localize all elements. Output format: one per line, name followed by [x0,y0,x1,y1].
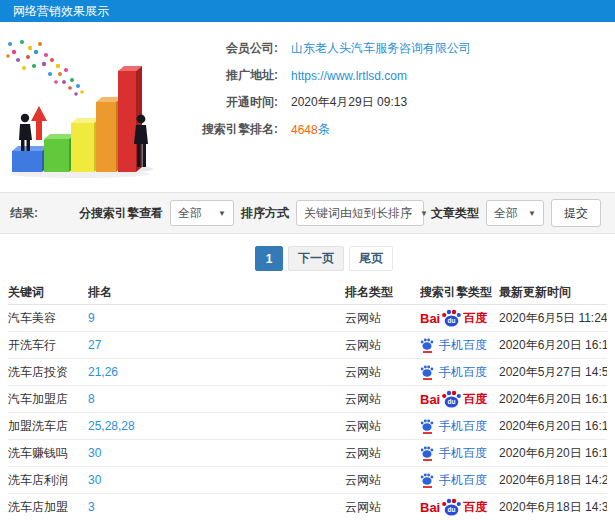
sort-filter-label: 排序方式 [241,205,289,222]
table-row: 洗车赚钱吗30云网站手机百度2020年6月20日 16:12 [8,440,607,467]
article-type-value: 全部 [494,205,518,222]
info-row-company: 会员公司: 山东老人头汽车服务咨询有限公司 [186,40,471,57]
engine-cell: 手机百度 [420,338,499,353]
mobile-baidu-badge: 手机百度 [420,419,487,434]
table-row: 洗车店投资21,26云网站手机百度2020年5月27日 14:58 [8,359,607,386]
rank-cell[interactable]: 9 [88,311,345,325]
rank-type-cell: 云网站 [345,499,420,516]
engine-cell: 手机百度 [420,446,499,461]
keyword-cell: 洗车店利润 [8,472,88,489]
engine-cell: 手机百度 [420,473,499,488]
svg-text:du: du [448,317,456,324]
sort-filter-select[interactable]: 关键词由短到长排序 ▼ [296,200,424,226]
open-time-value: 2020年4月29日 09:13 [291,94,407,111]
updated-cell: 2020年6月20日 16:11 [499,418,607,435]
keyword-cell: 洗车赚钱吗 [8,445,88,462]
promo-url-label: 推广地址: [186,67,278,84]
article-type-label: 文章类型 [431,205,479,222]
updated-cell: 2020年6月5日 11:24 [499,310,607,327]
header-rank: 排名 [88,284,345,301]
header-engine-type: 搜索引擎类型 [420,284,499,301]
engine-filter-label: 分搜索引擎查看 [79,205,163,222]
results-table: 关键词 排名 排名类型 搜索引擎类型 最新更新时间 汽车美容9云网站Baidu百… [0,281,615,520]
svg-text:du: du [448,398,456,405]
rank-type-cell: 云网站 [345,391,420,408]
chevron-down-icon: ▼ [420,209,428,218]
rank-cell[interactable]: 30 [88,473,345,487]
mobile-baidu-paw-icon [420,365,434,380]
rank-type-cell: 云网站 [345,364,420,381]
table-row: 汽车美容9云网站Baidu百度2020年6月5日 11:24 [8,305,607,332]
table-body: 汽车美容9云网站Baidu百度2020年6月5日 11:24开洗车行27云网站手… [8,305,607,520]
rank-type-cell: 云网站 [345,445,420,462]
bar-yellow [71,118,100,172]
page-title: 网络营销效果展示 [13,4,109,18]
page-title-bar: 网络营销效果展示 [0,0,615,22]
table-row: 开洗车行27云网站手机百度2020年6月20日 16:16 [8,332,607,359]
rank-count-value: 4648 [291,123,318,137]
baidu-logo: Baidu百度 [420,390,487,408]
info-section: 会员公司: 山东老人头汽车服务咨询有限公司 推广地址: https://www.… [0,22,615,192]
rank-cell[interactable]: 30 [88,446,345,460]
svg-text:du: du [448,506,456,513]
mobile-baidu-paw-icon [420,338,434,353]
table-row: 洗车店利润30云网站手机百度2020年6月18日 14:27 [8,467,607,494]
table-row: 洗车店加盟3云网站Baidu百度2020年6月18日 14:30 [8,494,607,520]
mobile-baidu-badge: 手机百度 [420,365,487,380]
mobile-baidu-paw-icon [420,446,434,461]
mobile-baidu-paw-icon [420,473,434,488]
rank-type-cell: 云网站 [345,472,420,489]
sort-filter-value: 关键词由短到长排序 [304,205,412,222]
engine-filter-value: 全部 [178,205,202,222]
baidu-paw-icon: du [441,309,462,327]
page-button-last[interactable]: 尾页 [349,246,393,271]
rank-cell[interactable]: 25,28,28 [88,419,345,433]
header-rank-type: 排名类型 [345,284,420,301]
result-label: 结果: [10,205,38,222]
company-label: 会员公司: [186,40,278,57]
member-info-list: 会员公司: 山东老人头汽车服务咨询有限公司 推广地址: https://www.… [186,22,471,192]
updated-cell: 2020年6月20日 16:16 [499,337,607,354]
rank-type-cell: 云网站 [345,418,420,435]
bar-chart-clipart [0,22,160,190]
mobile-baidu-badge: 手机百度 [420,338,487,353]
info-row-open-time: 开通时间: 2020年4月29日 09:13 [186,94,471,111]
article-type-select[interactable]: 全部 ▼ [486,200,544,226]
engine-filter-select[interactable]: 全部 ▼ [170,200,234,226]
promo-url-link[interactable]: https://www.lrtlsd.com [291,69,407,83]
keyword-cell: 洗车店投资 [8,364,88,381]
updated-cell: 2020年5月27日 14:58 [499,364,607,381]
keyword-cell: 汽车加盟店 [8,391,88,408]
engine-cell: Baidu百度 [420,390,499,408]
keyword-cell: 汽车美容 [8,310,88,327]
submit-button[interactable]: 提交 [551,199,601,227]
rank-cell[interactable]: 3 [88,500,345,514]
rank-cell[interactable]: 21,26 [88,365,345,379]
updated-cell: 2020年6月20日 16:12 [499,391,607,408]
keyword-cell: 加盟洗车店 [8,418,88,435]
baidu-logo: Baidu百度 [420,498,487,516]
businessman-left [19,114,32,151]
bar-green [44,134,75,172]
filter-bar: 结果: 分搜索引擎查看 全部 ▼ 排序方式 关键词由短到长排序 ▼ 文章类型 全… [0,192,615,234]
rank-count-unit: 条 [318,121,330,138]
rank-cell[interactable]: 27 [88,338,345,352]
rank-count-label: 搜索引擎排名: [186,121,278,138]
mobile-baidu-paw-icon [420,419,434,434]
engine-cell: 手机百度 [420,365,499,380]
baidu-paw-icon: du [441,390,462,408]
mobile-baidu-badge: 手机百度 [420,473,487,488]
table-header-row: 关键词 排名 排名类型 搜索引擎类型 最新更新时间 [8,281,607,305]
open-time-label: 开通时间: [186,94,278,111]
page-button-next[interactable]: 下一页 [288,246,344,271]
chevron-down-icon: ▼ [218,209,226,218]
company-link[interactable]: 山东老人头汽车服务咨询有限公司 [291,40,471,57]
rank-cell[interactable]: 8 [88,392,345,406]
rank-type-cell: 云网站 [345,337,420,354]
table-row: 加盟洗车店25,28,28云网站手机百度2020年6月20日 16:11 [8,413,607,440]
table-row: 汽车加盟店8云网站Baidu百度2020年6月20日 16:12 [8,386,607,413]
engine-cell: 手机百度 [420,419,499,434]
info-row-url: 推广地址: https://www.lrtlsd.com [186,67,471,84]
keyword-cell: 开洗车行 [8,337,88,354]
page-button-current[interactable]: 1 [255,246,283,271]
